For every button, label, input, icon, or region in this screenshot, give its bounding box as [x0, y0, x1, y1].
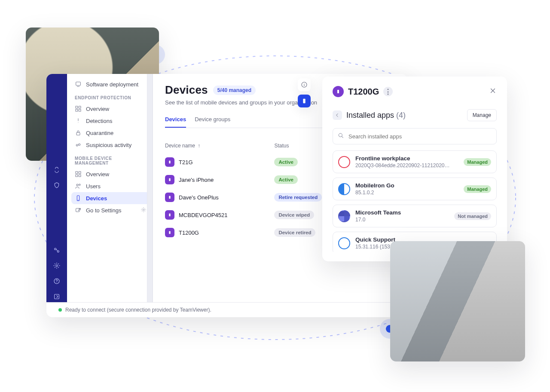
status-badge: Retire requested	[274, 193, 322, 202]
svg-rect-14	[76, 172, 78, 174]
device-name: MCBDEVGOP4521	[179, 212, 227, 218]
status-badge: Active	[274, 175, 298, 184]
svg-rect-16	[76, 175, 78, 177]
panel-title: T1200G	[348, 87, 379, 97]
manage-button[interactable]: Manage	[467, 109, 497, 121]
svg-point-2	[57, 251, 59, 252]
app-icon	[338, 156, 350, 168]
photo-bottom	[390, 241, 525, 361]
svg-rect-26	[169, 214, 170, 217]
app-row[interactable]: Frontline workplace 2020Q3-084edde.20220…	[333, 150, 497, 173]
app-state-badge: Managed	[464, 158, 491, 166]
device-row-icon	[165, 228, 174, 237]
tab-device-groups[interactable]: Device groups	[195, 112, 230, 128]
svg-point-13	[79, 144, 80, 145]
rail-item-remote[interactable]	[51, 245, 62, 256]
rail-item-shield[interactable]	[51, 180, 62, 191]
sidebar-label: Go to Settings	[86, 207, 121, 214]
svg-point-19	[79, 184, 80, 185]
svg-rect-29	[303, 99, 305, 104]
panel-kebab[interactable]: ⋮	[383, 87, 393, 96]
col-device-name[interactable]: Device name ↑	[165, 143, 270, 149]
sidebar-item-mdm-overview[interactable]: Overview	[71, 168, 150, 180]
status-badge: Active	[274, 158, 298, 166]
tab-devices[interactable]: Devices	[165, 112, 186, 128]
sidebar: Software deployment ENDPOINT PROTECTION …	[67, 74, 153, 302]
app-name: Microsoft Teams	[355, 209, 401, 216]
rail-item-help[interactable]	[51, 276, 62, 287]
online-dot-icon	[58, 308, 62, 312]
device-name: Jane's iPhone	[179, 177, 214, 183]
info-chip[interactable]	[298, 78, 311, 91]
sidebar-item-software-deployment[interactable]: Software deployment	[71, 78, 150, 90]
app-name: Frontline workplace	[355, 155, 450, 162]
sidebar-header-endpoint: ENDPOINT PROTECTION	[75, 95, 147, 100]
device-name: Dave's OnePlus	[179, 194, 219, 201]
sidebar-item-users[interactable]: Users	[71, 180, 150, 192]
app-state-badge: Managed	[464, 185, 491, 193]
svg-rect-15	[79, 172, 81, 174]
sidebar-item-settings[interactable]: Go to Settings	[71, 204, 150, 217]
svg-rect-10	[79, 109, 81, 111]
device-row-icon	[165, 210, 174, 220]
page-title: Devices	[165, 83, 208, 97]
statusbar: Ready to connect (secure connection prov…	[46, 302, 407, 317]
sort-asc-icon: ↑	[198, 143, 200, 149]
search-box[interactable]	[333, 128, 497, 144]
external-icon	[75, 207, 82, 214]
svg-point-3	[56, 265, 58, 266]
sidebar-item-quarantine[interactable]: Quarantine	[71, 127, 150, 139]
device-row-icon	[165, 157, 174, 167]
app-version: 17.0	[355, 217, 401, 223]
sidebar-label: Detections	[86, 118, 112, 124]
device-name: T21G	[179, 159, 193, 165]
rail-item-connect[interactable]	[51, 164, 62, 175]
svg-point-18	[76, 184, 78, 186]
rail-item-settings[interactable]	[51, 260, 62, 271]
sidebar-label: Suspicious activity	[86, 142, 131, 148]
search-icon	[337, 132, 344, 141]
app-icon	[338, 237, 350, 249]
sidebar-item-suspicious[interactable]: Suspicious activity	[71, 139, 150, 151]
sidebar-item-devices[interactable]: Devices	[71, 192, 150, 204]
app-icon	[338, 210, 350, 222]
dashboard-icon	[75, 105, 82, 112]
svg-rect-27	[169, 231, 170, 234]
sidebar-label: Quarantine	[86, 130, 113, 136]
status-badge: Device wiped	[274, 211, 314, 219]
sidebar-label: Software deployment	[86, 81, 138, 88]
back-icon[interactable]	[333, 110, 342, 120]
svg-rect-9	[76, 109, 78, 111]
search-input[interactable]	[348, 133, 492, 140]
svg-rect-30	[337, 90, 339, 93]
svg-rect-24	[169, 178, 170, 181]
app-version: 2020Q3-084edde.20220902-112120203UAAI...	[355, 162, 450, 168]
lock-icon	[75, 129, 82, 136]
svg-rect-8	[79, 106, 81, 108]
app-row[interactable]: MobileIron Go 85.1.0.2 Managed	[333, 178, 497, 200]
status-badge: Device retired	[274, 228, 315, 237]
deploy-icon	[75, 81, 82, 88]
sidebar-header-mdm: MOBILE DEVICE MANAGEMENT	[75, 156, 147, 165]
device-row-icon	[165, 175, 174, 184]
status-text: Ready to connect (secure connection prov…	[65, 307, 211, 313]
app-state-badge: Not managed	[454, 212, 491, 220]
svg-rect-7	[76, 106, 78, 108]
rail-item-expand[interactable]	[51, 291, 62, 302]
app-name: MobileIron Go	[355, 182, 394, 189]
svg-rect-17	[79, 175, 81, 177]
svg-rect-6	[76, 82, 81, 86]
device-row-icon	[165, 193, 174, 202]
panel-subtitle: Installed apps (4)	[346, 111, 406, 120]
close-icon[interactable]	[489, 87, 497, 96]
brand-chip[interactable]	[298, 95, 311, 107]
dashboard-icon	[75, 171, 82, 178]
nav-rail	[46, 74, 67, 302]
svg-point-1	[55, 248, 56, 250]
svg-rect-23	[169, 161, 170, 164]
svg-point-12	[76, 144, 78, 146]
sidebar-item-overview[interactable]: Overview	[71, 103, 150, 115]
sidebar-item-detections[interactable]: Detections	[71, 115, 150, 127]
app-row[interactable]: Microsoft Teams 17.0 Not managed	[333, 205, 497, 227]
svg-point-22	[143, 209, 144, 211]
